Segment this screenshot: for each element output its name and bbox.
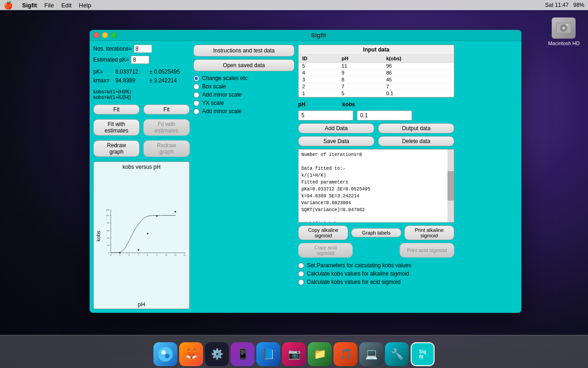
calc-radio-acid[interactable]: Calculate kobs values for acid sigmoid bbox=[298, 279, 454, 285]
radio-add-minor-2-circle[interactable] bbox=[193, 109, 199, 115]
kmax-value: 94.8389 bbox=[115, 76, 147, 85]
calc-radio-acid-circle[interactable] bbox=[298, 279, 304, 285]
calc-radio-set-params-circle[interactable] bbox=[298, 263, 304, 269]
radio-box-scale[interactable]: Box scale bbox=[193, 83, 294, 90]
dock-icon-5[interactable]: 📘 bbox=[256, 342, 280, 366]
print-acid-button[interactable]: Print acid sigmoid bbox=[400, 243, 454, 258]
table-row: 150.1 bbox=[299, 90, 454, 97]
apple-menu-icon[interactable]: 🍎 bbox=[4, 1, 13, 10]
svg-text:4: 4 bbox=[110, 254, 112, 256]
radio-change-scales-circle[interactable] bbox=[193, 75, 199, 81]
ph-input[interactable] bbox=[298, 110, 353, 121]
svg-text:40: 40 bbox=[107, 237, 109, 239]
maximize-button[interactable] bbox=[111, 32, 117, 38]
pk-label: pK= bbox=[93, 68, 113, 76]
sigmoid-buttons: Copy acid sigmoid Print acid sigmoid bbox=[298, 243, 454, 258]
svg-text:0: 0 bbox=[108, 252, 109, 254]
dock-icon-4[interactable]: 📱 bbox=[231, 342, 254, 366]
fit-with-estimates-right[interactable]: Fit with estimates bbox=[143, 119, 190, 136]
calc-radio-alkaline[interactable]: Calculate kobs values for alkaline sigmo… bbox=[298, 270, 454, 277]
estimated-pk-input[interactable] bbox=[131, 56, 149, 64]
dock-icon-6[interactable]: 📷 bbox=[282, 342, 306, 366]
copy-alkaline-button[interactable]: Copy alkaline sigmoid bbox=[298, 225, 348, 240]
delete-data-button[interactable]: Delete data bbox=[378, 136, 454, 146]
dock-icon-10[interactable]: 🔧 bbox=[385, 342, 409, 366]
output-data-button[interactable]: Output data bbox=[378, 123, 454, 133]
fit-with-estimates-left[interactable]: Fit with estimates bbox=[93, 119, 140, 136]
table-cell-pH: 9 bbox=[338, 69, 383, 76]
dock-sigfit[interactable]: Sigfit bbox=[411, 342, 435, 366]
kobs-col-label: kobs bbox=[342, 101, 355, 108]
radio-yx-scale[interactable]: YX scale bbox=[193, 100, 294, 106]
table-cell-id: 5 bbox=[299, 63, 338, 69]
log-line-0: Number of iterations=8 bbox=[301, 151, 443, 158]
radio-add-minor-1[interactable]: Add minor scale bbox=[193, 92, 294, 98]
log-line-9 bbox=[301, 213, 443, 220]
svg-text:5: 5 bbox=[119, 254, 121, 256]
calc-radio-set-params[interactable]: Set Parameters for calculating kobs valu… bbox=[298, 262, 454, 269]
table-cell-id: 1 bbox=[299, 90, 338, 97]
table-cell-kobs: 7 bbox=[383, 83, 454, 90]
dock-icon-2[interactable]: 🦊 bbox=[179, 342, 203, 366]
macintosh-hd[interactable]: Macintosh HD bbox=[548, 17, 580, 46]
window-content: Nos. iterations= Estimated pK= pK= 8.033… bbox=[90, 41, 521, 313]
svg-text:80: 80 bbox=[107, 222, 109, 224]
menubar-battery: 98% bbox=[573, 2, 584, 8]
calc-radio-alkaline-circle[interactable] bbox=[298, 271, 304, 277]
dock-icon-7[interactable]: 📁 bbox=[308, 342, 332, 366]
log-scrollbar[interactable] bbox=[447, 150, 454, 222]
right-panel: Input data ID pH k(obs) 5119649863845277… bbox=[298, 45, 454, 309]
fit-button-right[interactable]: Fit bbox=[143, 104, 190, 115]
redraw-graph-right[interactable]: Redraw graph bbox=[143, 140, 190, 157]
log-scrollbar-thumb[interactable] bbox=[447, 171, 454, 200]
open-saved-button[interactable]: Open saved data bbox=[193, 59, 294, 71]
radio-add-minor-2[interactable]: Add minor scale bbox=[193, 108, 294, 115]
kmax-error: ± 3.242214 bbox=[149, 76, 177, 85]
graph-labels-button[interactable]: Graph labels bbox=[351, 228, 401, 237]
pk-error: ± 0.0525495 bbox=[149, 68, 180, 76]
instructions-button[interactable]: Instructions and test data bbox=[193, 45, 294, 57]
add-data-button[interactable]: Add Data bbox=[298, 123, 374, 133]
radio-add-minor-1-circle[interactable] bbox=[193, 92, 199, 98]
minimize-button[interactable] bbox=[102, 32, 108, 38]
save-data-button[interactable]: Save Data bbox=[298, 136, 374, 146]
radio-change-scales-label: Change scales etc bbox=[202, 75, 248, 81]
fit-button-left[interactable]: Fit bbox=[93, 104, 140, 115]
dock-icon-9[interactable]: 💻 bbox=[359, 342, 383, 366]
middle-panel: Instructions and test data Open saved da… bbox=[193, 45, 294, 309]
svg-point-42 bbox=[175, 211, 176, 213]
menu-file[interactable]: File bbox=[45, 2, 54, 9]
col-ph: pH bbox=[338, 55, 383, 63]
iterations-input[interactable] bbox=[134, 45, 152, 53]
menu-edit[interactable]: Edit bbox=[61, 2, 71, 9]
print-alkaline-button[interactable]: Print alkaline sigmoid bbox=[404, 225, 454, 240]
table-row: 4986 bbox=[299, 69, 454, 76]
estimated-pk-label: Estimated pK= bbox=[93, 57, 129, 63]
close-button[interactable] bbox=[93, 32, 99, 38]
table-cell-pH: 5 bbox=[338, 90, 383, 97]
menu-help[interactable]: Help bbox=[79, 2, 91, 9]
svg-point-43 bbox=[158, 347, 173, 362]
radio-change-scales[interactable]: Change scales etc bbox=[193, 75, 294, 81]
copy-acid-button[interactable]: Copy acid sigmoid bbox=[298, 243, 353, 258]
app-menu-sigfit[interactable]: Sigfit bbox=[22, 2, 37, 9]
dock-finder[interactable] bbox=[153, 342, 177, 366]
table-cell-kobs: 96 bbox=[383, 63, 454, 69]
dock-icon-3[interactable]: ⚙️ bbox=[205, 342, 229, 366]
dock-icon-8[interactable]: 🎵 bbox=[334, 342, 357, 366]
titlebar: Sigfit bbox=[90, 30, 521, 41]
svg-text:100: 100 bbox=[106, 214, 110, 217]
redraw-graph-left[interactable]: Redraw graph bbox=[93, 140, 140, 157]
svg-point-44 bbox=[161, 350, 166, 355]
table-row: 51196 bbox=[299, 63, 454, 69]
table-cell-pH: 8 bbox=[338, 76, 383, 83]
svg-text:12: 12 bbox=[183, 254, 186, 256]
radio-box-scale-circle[interactable] bbox=[193, 84, 199, 90]
log-line-6: k=94.8389 SE=3.242214 bbox=[301, 193, 443, 200]
table-row: 277 bbox=[299, 83, 454, 90]
formula1: kobs=k/(1+[H]/K) bbox=[93, 89, 190, 94]
svg-text:120: 120 bbox=[106, 209, 110, 212]
kobs-input[interactable] bbox=[357, 110, 412, 121]
calc-radio-alkaline-label: Calculate kobs values for alkaline sigmo… bbox=[307, 270, 409, 277]
radio-yx-scale-circle[interactable] bbox=[193, 100, 199, 106]
